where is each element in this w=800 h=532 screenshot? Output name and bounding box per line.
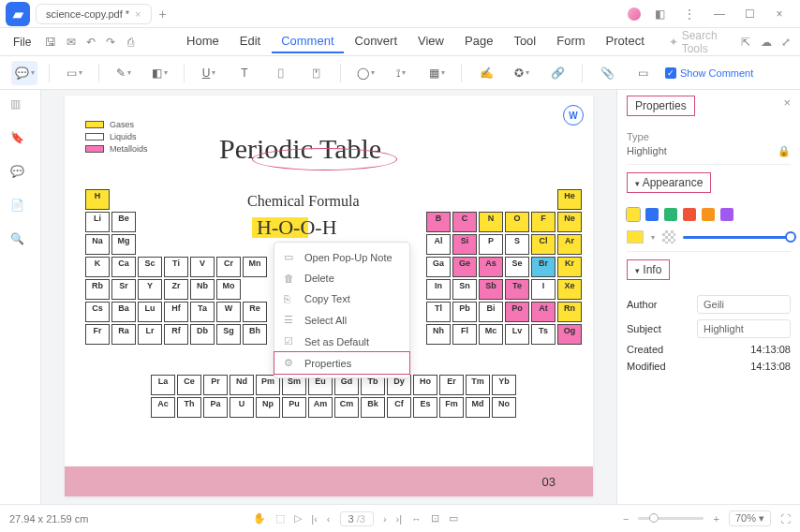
stamp-button[interactable]: ▦ bbox=[423, 61, 450, 85]
zoom-slider[interactable] bbox=[638, 517, 704, 520]
fit-page-icon[interactable]: ⊡ bbox=[431, 512, 439, 525]
close-tab-icon[interactable]: × bbox=[135, 8, 141, 20]
attach-button[interactable]: 📎 bbox=[594, 61, 620, 85]
swatch-4[interactable] bbox=[702, 208, 715, 221]
cursor-icon[interactable]: ▷ bbox=[294, 512, 302, 525]
comments-icon[interactable]: 💬 bbox=[10, 165, 31, 185]
notification-icon[interactable]: ◧ bbox=[644, 3, 674, 25]
zoom-out-icon[interactable]: − bbox=[623, 513, 629, 525]
cloud-icon[interactable]: ☁ bbox=[758, 32, 774, 52]
save-icon[interactable]: 🖫 bbox=[42, 32, 58, 52]
ctx-set-as-default[interactable]: ☑Set as Default bbox=[274, 331, 409, 352]
share-icon[interactable]: ⇱ bbox=[738, 32, 754, 52]
prev-page-icon[interactable]: ‹ bbox=[327, 513, 331, 525]
undo-icon[interactable]: ↶ bbox=[82, 32, 98, 52]
menu-page[interactable]: Page bbox=[455, 30, 502, 53]
add-tab-button[interactable]: + bbox=[159, 7, 167, 22]
menu-convert[interactable]: Convert bbox=[346, 30, 407, 53]
ctx-copy-text[interactable]: ⎘Copy Text bbox=[274, 288, 409, 309]
menu-form[interactable]: Form bbox=[547, 30, 594, 53]
show-comment-toggle[interactable]: ✓ Show Comment bbox=[665, 67, 753, 79]
element-Rn: Rn bbox=[557, 302, 582, 322]
subject-field[interactable] bbox=[697, 319, 791, 338]
menu-comment[interactable]: Comment bbox=[272, 30, 343, 53]
menu-protect[interactable]: Protect bbox=[597, 30, 654, 53]
zoom-in-icon[interactable]: + bbox=[713, 513, 719, 525]
print-dropdown[interactable] bbox=[143, 32, 159, 52]
close-window-button[interactable]: × bbox=[764, 3, 794, 25]
next-page-icon[interactable]: › bbox=[383, 513, 387, 525]
shape-button[interactable]: ◯ bbox=[352, 61, 378, 85]
show-comment-label: Show Comment bbox=[680, 67, 753, 79]
element-Ge: Ge bbox=[452, 257, 477, 277]
word-badge-icon[interactable]: W bbox=[563, 105, 584, 126]
search-tools-label: Search Tools bbox=[682, 29, 731, 55]
textbox-button[interactable]: ⌷ bbox=[267, 61, 293, 85]
swatch-3[interactable] bbox=[683, 208, 696, 221]
menu-tool[interactable]: Tool bbox=[504, 30, 545, 53]
user-avatar[interactable] bbox=[628, 7, 641, 21]
ctx-properties[interactable]: ⚙Properties bbox=[274, 351, 410, 375]
expand-icon[interactable]: ⤢ bbox=[778, 32, 794, 52]
last-page-icon[interactable]: ›| bbox=[396, 513, 403, 525]
search-tools[interactable]: ✦ Search Tools bbox=[669, 29, 731, 55]
document-tab[interactable]: science-copy.pdf * × bbox=[36, 4, 152, 24]
page-input[interactable]: 3 /3 bbox=[340, 511, 374, 526]
hand-tool-icon[interactable]: ✋ bbox=[253, 512, 266, 525]
text-button[interactable]: T bbox=[231, 61, 258, 85]
fill-preview[interactable] bbox=[627, 230, 644, 244]
author-field[interactable] bbox=[697, 295, 791, 314]
hide-button[interactable]: ▭ bbox=[630, 61, 656, 85]
formula-text: H-O-O-H bbox=[257, 215, 337, 240]
stamp2-button[interactable]: ✪ bbox=[509, 61, 535, 85]
opacity-slider[interactable] bbox=[683, 236, 791, 239]
menu-edit[interactable]: Edit bbox=[230, 30, 270, 53]
menu-home[interactable]: Home bbox=[177, 30, 229, 53]
mail-icon[interactable]: ✉ bbox=[63, 32, 79, 52]
swatch-0[interactable] bbox=[627, 208, 640, 221]
zoom-value[interactable]: 70% ▾ bbox=[729, 510, 771, 526]
thumbnails-icon[interactable]: ▥ bbox=[10, 97, 31, 118]
note-button[interactable]: 💬 bbox=[11, 61, 37, 85]
maximize-button[interactable]: ☐ bbox=[734, 3, 764, 25]
menu-view[interactable]: View bbox=[408, 30, 453, 53]
minimize-button[interactable]: — bbox=[704, 3, 734, 25]
fit-width-icon[interactable]: ↔ bbox=[411, 513, 422, 525]
ctx-select-all[interactable]: ☰Select All bbox=[274, 309, 409, 331]
ctx-delete[interactable]: 🗑Delete bbox=[274, 268, 409, 288]
link-button[interactable]: 🔗 bbox=[544, 61, 570, 85]
element-U: U bbox=[230, 397, 254, 418]
highlight-button[interactable]: ▭ bbox=[61, 61, 87, 85]
transparency-icon[interactable] bbox=[662, 230, 675, 244]
print-icon[interactable]: ⎙ bbox=[123, 32, 139, 52]
first-page-icon[interactable]: |‹ bbox=[311, 513, 318, 525]
swatch-2[interactable] bbox=[664, 208, 677, 221]
pencil-button[interactable]: ✎ bbox=[111, 61, 137, 85]
element-Lu: Lu bbox=[138, 302, 162, 322]
select-tool-icon[interactable]: ⬚ bbox=[275, 512, 285, 525]
measure-button[interactable]: ⟟ bbox=[388, 61, 414, 85]
bookmarks-icon[interactable]: 🔖 bbox=[10, 131, 31, 152]
underline-button[interactable]: U bbox=[196, 61, 222, 85]
title-annotation[interactable] bbox=[252, 148, 397, 170]
close-panel-button[interactable]: × bbox=[783, 96, 791, 110]
lock-icon[interactable]: 🔒 bbox=[778, 145, 791, 157]
element-Cs: Cs bbox=[85, 302, 110, 322]
more-icon[interactable]: ⋮ bbox=[674, 3, 704, 25]
ctx-open-pop-up-note[interactable]: ▭Open Pop-Up Note bbox=[274, 246, 409, 268]
swatch-1[interactable] bbox=[645, 208, 659, 221]
element-Ca: Ca bbox=[111, 257, 136, 277]
redo-icon[interactable]: ↷ bbox=[103, 32, 119, 52]
eraser-button[interactable]: ◧ bbox=[146, 61, 172, 85]
element-Ne: Ne bbox=[557, 212, 582, 232]
fullscreen-icon[interactable]: ⛶ bbox=[780, 513, 791, 525]
search-icon[interactable]: 🔍 bbox=[10, 232, 31, 253]
reading-mode-icon[interactable]: ▭ bbox=[449, 512, 458, 525]
signature-button[interactable]: ✍ bbox=[473, 61, 499, 85]
callout-button[interactable]: ⍞ bbox=[303, 61, 329, 85]
swatch-5[interactable] bbox=[720, 208, 733, 221]
menu-file[interactable]: File bbox=[6, 32, 38, 52]
document-area[interactable]: W Gases Liquids Metalloids Periodic Tabl… bbox=[41, 90, 616, 504]
appearance-header: ▾ Appearance bbox=[627, 172, 711, 193]
attachments-icon[interactable]: 📄 bbox=[10, 199, 31, 219]
